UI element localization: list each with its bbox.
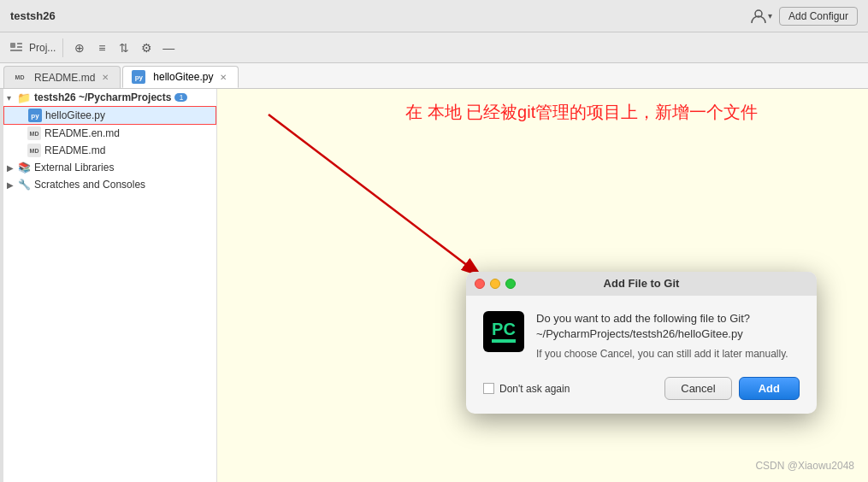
- title-bar-actions: ▾ Add Configur: [749, 7, 858, 26]
- hellogitee-label: helloGitee.py: [45, 109, 105, 121]
- readme-tab-icon: MD: [13, 71, 27, 85]
- dialog-title: Add File to Git: [604, 277, 680, 290]
- tree-item-external-libraries[interactable]: ▶ 📚 External Libraries: [3, 159, 216, 176]
- dialog-message: Do you want to add the following file to…: [536, 311, 800, 362]
- tree-item-scratches[interactable]: ▶ 🔧 Scratches and Consoles: [3, 176, 216, 193]
- app-title: testsh26: [10, 9, 56, 22]
- dialog-sub-message: If you choose Cancel, you can still add …: [536, 347, 800, 362]
- title-bar: testsh26 ▾ Add Configur: [0, 0, 868, 32]
- add-configuration-button[interactable]: Add Configur: [779, 7, 858, 26]
- tab-readme-md[interactable]: MD README.md ✕: [3, 66, 121, 88]
- ext-lib-icon: 📚: [17, 161, 31, 174]
- hellogitee-tab-icon: py: [132, 70, 145, 84]
- globe-icon[interactable]: ⊕: [70, 38, 89, 57]
- sidebar: ▾ 📁 testsh26 ~/PycharmProjects 1 py hell…: [3, 89, 217, 482]
- dialog-body: PC Do you want to add the following file…: [466, 296, 817, 414]
- add-file-to-git-dialog: Add File to Git PC Do you want to add th…: [466, 272, 817, 414]
- settings-icon[interactable]: ⚙: [137, 38, 156, 57]
- hellogitee-file-icon: py: [28, 109, 42, 122]
- svg-rect-4: [10, 50, 22, 51]
- toolbar-project-section: Proj...: [7, 38, 63, 57]
- tree-root[interactable]: ▾ 📁 testsh26 ~/PycharmProjects 1: [3, 89, 216, 106]
- dont-ask-checkbox[interactable]: [483, 383, 494, 394]
- watermark: CSDN @Xiaowu2048: [755, 460, 854, 472]
- dont-ask-label[interactable]: Don't ask again: [483, 383, 570, 395]
- dialog-main-line2: ~/PycharmProjects/testsh26/helloGitee.py: [536, 327, 743, 340]
- tabs-bar: MD README.md ✕ py helloGitee.py ✕: [0, 63, 868, 89]
- readme-icon: MD: [27, 144, 41, 157]
- user-icon-button[interactable]: ▾: [749, 7, 772, 26]
- svg-line-6: [269, 115, 482, 277]
- dialog-buttons: Cancel Add: [664, 377, 800, 400]
- svg-rect-2: [17, 43, 22, 44]
- tree-item-readme-en[interactable]: MD README.en.md: [3, 125, 216, 142]
- project-label: Proj...: [29, 42, 56, 54]
- tab-hellogitee-py[interactable]: py helloGitee.py ✕: [122, 66, 239, 88]
- svg-rect-1: [10, 43, 15, 48]
- dialog-footer: Don't ask again Cancel Add: [483, 373, 800, 400]
- ext-lib-label: External Libraries: [34, 162, 114, 173]
- root-badge: 1: [174, 93, 187, 102]
- root-label: testsh26 ~/PycharmProjects: [34, 91, 171, 103]
- list-icon[interactable]: ≡: [92, 38, 111, 57]
- toolbar: Proj... ⊕ ≡ ⇅ ⚙ —: [0, 32, 868, 63]
- tab-hellogitee-label: helloGitee.py: [153, 71, 213, 83]
- cancel-button[interactable]: Cancel: [664, 377, 731, 400]
- readme-en-icon: MD: [27, 126, 41, 140]
- project-icon: [7, 38, 26, 57]
- collapse-icon[interactable]: —: [159, 38, 178, 57]
- dialog-main-message: Do you want to add the following file to…: [536, 311, 800, 342]
- svg-rect-3: [17, 46, 22, 48]
- minimize-traffic-light[interactable]: [490, 279, 500, 289]
- add-button[interactable]: Add: [739, 377, 800, 400]
- close-traffic-light[interactable]: [475, 279, 485, 289]
- tree-item-hellogitee[interactable]: py helloGitee.py: [3, 106, 216, 125]
- readme-en-label: README.en.md: [44, 127, 120, 139]
- dialog-content: PC Do you want to add the following file…: [483, 311, 800, 362]
- arrows-icon[interactable]: ⇅: [115, 38, 133, 57]
- annotation-text: 在 本地 已经被git管理的项目上，新增一个文件: [405, 101, 758, 124]
- tree-item-readme[interactable]: MD README.md: [3, 142, 216, 159]
- dialog-titlebar: Add File to Git: [466, 272, 817, 296]
- scratches-icon: 🔧: [17, 178, 31, 191]
- ext-lib-arrow: ▶: [7, 163, 17, 173]
- dont-ask-text: Don't ask again: [499, 383, 570, 395]
- tab-readme-label: README.md: [34, 72, 95, 84]
- traffic-lights: [475, 279, 516, 289]
- scratches-label: Scratches and Consoles: [34, 179, 145, 191]
- pycharm-logo: PC: [483, 311, 524, 352]
- tab-readme-close[interactable]: ✕: [99, 72, 111, 84]
- scratches-arrow: ▶: [7, 180, 17, 190]
- root-arrow: ▾: [7, 93, 17, 103]
- root-folder-icon: 📁: [17, 91, 31, 104]
- dialog-main-line1: Do you want to add the following file to…: [536, 312, 750, 325]
- readme-label: README.md: [44, 144, 105, 156]
- maximize-traffic-light[interactable]: [505, 279, 516, 289]
- pycharm-logo-text: PC: [492, 320, 516, 343]
- tab-hellogitee-close[interactable]: ✕: [217, 71, 229, 83]
